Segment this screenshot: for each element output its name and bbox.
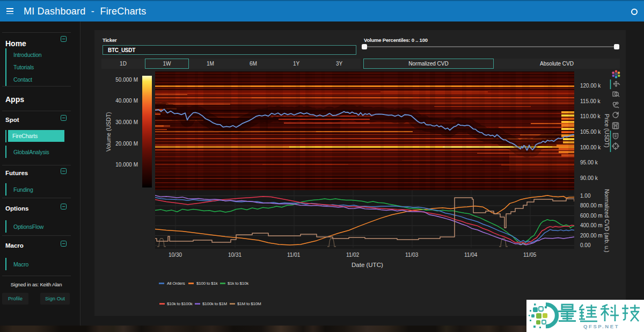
svg-text:QFSP.NET: QFSP.NET bbox=[583, 323, 619, 329]
